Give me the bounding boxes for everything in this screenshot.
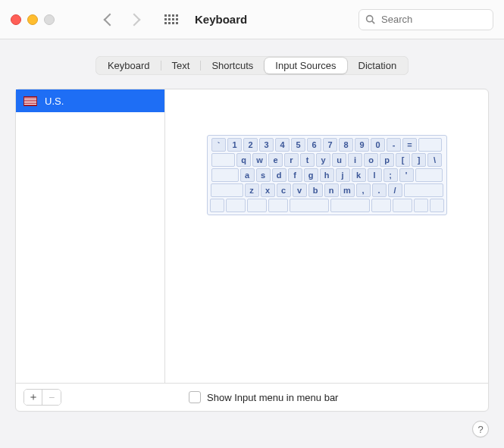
flag-icon <box>23 96 37 106</box>
key-r: r <box>284 153 299 167</box>
key-blank <box>415 168 443 182</box>
checkbox-label: Show Input menu in menu bar <box>207 392 338 403</box>
key-': ' <box>399 168 414 182</box>
key-blank <box>211 168 239 182</box>
source-label: U.S. <box>45 96 64 107</box>
key-4: 4 <box>275 138 290 152</box>
key-blank <box>404 183 443 197</box>
window-controls <box>11 14 55 25</box>
key-blank <box>418 138 442 152</box>
key-;: ; <box>383 168 398 182</box>
zoom-icon <box>44 14 55 25</box>
keyboard-layout: `1234567890-=qwertyuiop[]\asdfghjkl;'zxc… <box>207 135 447 215</box>
help-button[interactable]: ? <box>472 421 489 437</box>
key-v: v <box>293 183 307 197</box>
source-item[interactable]: U.S. <box>16 89 164 112</box>
show-all-icon[interactable] <box>164 14 178 24</box>
key-i: i <box>348 153 362 167</box>
key-blank <box>210 199 224 212</box>
key-blank <box>211 153 235 167</box>
checkbox-icon[interactable] <box>189 391 201 403</box>
search-input[interactable] <box>380 13 487 26</box>
key-k: k <box>352 168 366 182</box>
key-3: 3 <box>259 138 274 152</box>
key-.: . <box>372 183 387 197</box>
key-h: h <box>320 168 334 182</box>
key-5: 5 <box>291 138 305 152</box>
key-8: 8 <box>339 138 353 152</box>
window-title: Keyboard <box>195 13 247 26</box>
key-]: ] <box>412 153 426 167</box>
key-0: 0 <box>371 138 385 152</box>
key-g: g <box>304 168 318 182</box>
key-f: f <box>288 168 302 182</box>
key-blank <box>430 199 444 212</box>
key-/: / <box>388 183 402 197</box>
tab-input-sources[interactable]: Input Sources <box>265 58 346 74</box>
key-7: 7 <box>323 138 337 152</box>
key-x: x <box>261 183 275 197</box>
key-blank <box>414 199 428 212</box>
tab-shortcuts[interactable]: Shortcuts <box>201 58 264 74</box>
key-blank <box>226 199 246 212</box>
input-sources-panel: U.S. `1234567890-=qwertyuiop[]\asdfghjkl… <box>15 89 489 412</box>
search-icon <box>365 14 375 24</box>
key-s: s <box>256 168 271 182</box>
keyboard-preview: `1234567890-=qwertyuiop[]\asdfghjkl;'zxc… <box>165 89 488 383</box>
key-9: 9 <box>355 138 369 152</box>
show-input-menu-checkbox[interactable]: Show Input menu in menu bar <box>189 391 338 403</box>
key-n: n <box>324 183 339 197</box>
key-y: y <box>316 153 330 167</box>
key--: - <box>387 138 401 152</box>
key-u: u <box>332 153 346 167</box>
key-j: j <box>336 168 350 182</box>
key-2: 2 <box>243 138 258 152</box>
key-t: t <box>300 153 315 167</box>
key-=: = <box>402 138 417 152</box>
key-1: 1 <box>227 138 242 152</box>
key-l: l <box>368 168 382 182</box>
titlebar: Keyboard <box>0 0 504 39</box>
minimize-icon[interactable] <box>27 14 38 25</box>
search-field[interactable] <box>358 9 493 30</box>
key-blank <box>290 199 329 212</box>
remove-source-button: − <box>42 390 61 405</box>
close-icon[interactable] <box>11 14 21 25</box>
key-z: z <box>245 183 259 197</box>
key-[: [ <box>396 153 410 167</box>
tab-dictation[interactable]: Dictation <box>348 58 408 74</box>
key-d: d <box>272 168 286 182</box>
key-`: ` <box>211 138 226 152</box>
key-p: p <box>380 153 394 167</box>
key-blank <box>371 199 391 212</box>
back-icon[interactable] <box>104 13 117 26</box>
forward-icon <box>128 13 141 26</box>
add-remove-buttons: ＋ − <box>23 389 61 406</box>
key-blank <box>268 199 288 212</box>
svg-line-1 <box>372 21 374 23</box>
key-e: e <box>268 153 283 167</box>
key-blank <box>393 199 412 212</box>
key-c: c <box>277 183 291 197</box>
key-blank <box>211 183 243 197</box>
key-q: q <box>236 153 251 167</box>
source-list[interactable]: U.S. <box>16 89 165 383</box>
key-blank <box>247 199 267 212</box>
key-a: a <box>240 168 255 182</box>
key-blank <box>330 199 370 212</box>
tab-bar: KeyboardTextShortcutsInput SourcesDictat… <box>95 56 409 75</box>
panel-footer: ＋ − Show Input menu in menu bar <box>16 383 488 411</box>
key-6: 6 <box>307 138 321 152</box>
key-b: b <box>308 183 323 197</box>
key-w: w <box>252 153 267 167</box>
key-o: o <box>364 153 378 167</box>
key-\: \ <box>427 153 442 167</box>
tab-keyboard[interactable]: Keyboard <box>97 58 161 74</box>
tab-text[interactable]: Text <box>161 58 201 74</box>
key-,: , <box>356 183 371 197</box>
svg-point-0 <box>367 16 373 22</box>
nav-arrows <box>105 15 139 24</box>
add-source-button[interactable]: ＋ <box>24 390 42 405</box>
key-m: m <box>340 183 355 197</box>
